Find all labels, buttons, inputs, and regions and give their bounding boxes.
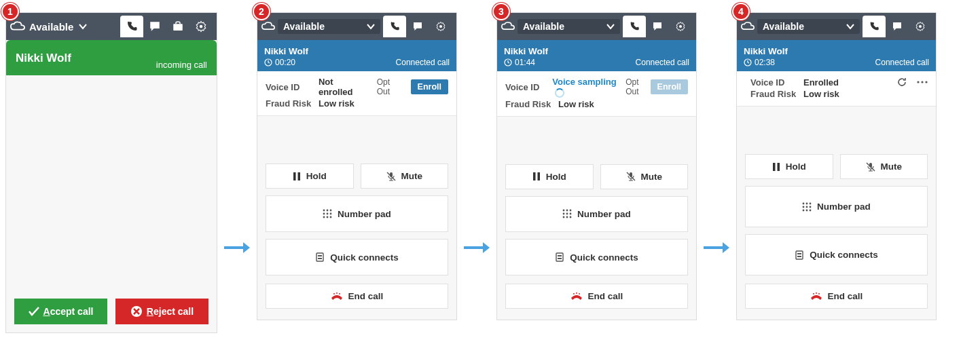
svg-point-46: [579, 293, 580, 294]
hold-label: Hold: [786, 161, 806, 172]
enroll-button: Enroll: [651, 79, 688, 94]
ccp-panel-incoming: Available Nikki Wo: [5, 12, 217, 333]
cloud-icon: [261, 22, 275, 31]
agent-status-selector[interactable]: Available: [518, 19, 620, 34]
accept-call-button[interactable]: Accept call: [14, 299, 107, 324]
settings-icon[interactable]: [669, 16, 692, 37]
contacts-icon: [315, 252, 325, 262]
voice-id-block: Voice ID Enrolled Fraud Risk Low risk: [737, 71, 936, 107]
svg-point-36: [566, 213, 568, 215]
svg-point-50: [917, 81, 919, 83]
tab-phone[interactable]: [623, 16, 646, 37]
svg-point-58: [806, 202, 808, 204]
tab-phone[interactable]: [383, 16, 406, 37]
caller-name: Nikki Wolf: [744, 46, 788, 56]
svg-point-1: [200, 25, 203, 28]
incoming-banner: Nikki Wolf incoming call: [6, 40, 217, 75]
number-pad-button[interactable]: Number pad: [266, 195, 448, 232]
connected-banner: Nikki Wolf 00:20 Connected call: [257, 40, 456, 71]
number-pad-button[interactable]: Number pad: [745, 186, 928, 227]
caller-name: Nikki Wolf: [504, 46, 548, 56]
mute-icon: [386, 172, 396, 181]
quick-connects-label: Quick connects: [570, 252, 638, 263]
tab-chat[interactable]: [886, 16, 909, 37]
clock-icon: [504, 58, 512, 66]
dialpad-icon: [323, 209, 332, 218]
contacts-icon: [795, 250, 804, 260]
voice-id-value: Enrolled: [803, 77, 839, 88]
fraud-risk-value: Low risk: [558, 99, 594, 109]
top-bar: Available: [257, 13, 456, 40]
mute-button[interactable]: Mute: [600, 164, 689, 189]
fraud-risk-label: Fraud Risk: [505, 99, 551, 109]
quick-connects-button[interactable]: Quick connects: [266, 239, 448, 275]
hold-button[interactable]: Hold: [505, 164, 594, 189]
svg-rect-7: [297, 172, 300, 180]
quick-connects-button[interactable]: Quick connects: [505, 239, 688, 275]
settings-icon[interactable]: [429, 16, 452, 37]
svg-rect-0: [173, 24, 183, 31]
step-badge: 4: [732, 3, 750, 20]
clock-icon: [744, 58, 752, 66]
svg-point-4: [439, 25, 442, 28]
enroll-button[interactable]: Enroll: [411, 79, 448, 94]
mute-button[interactable]: Mute: [361, 164, 449, 189]
tab-chat[interactable]: [406, 16, 429, 37]
agent-status-selector[interactable]: Available: [278, 19, 380, 34]
top-bar: Available: [737, 13, 936, 40]
dialpad-icon: [802, 202, 812, 212]
number-pad-button[interactable]: Number pad: [505, 196, 688, 233]
mute-label: Mute: [641, 172, 663, 182]
fraud-risk-value: Low risk: [319, 98, 355, 109]
more-icon[interactable]: [917, 81, 928, 83]
cloud-icon: [10, 21, 25, 32]
tab-chat[interactable]: [143, 16, 166, 37]
number-pad-label: Number pad: [817, 202, 871, 212]
opt-out-link[interactable]: Opt Out: [625, 77, 645, 96]
svg-point-48: [919, 25, 922, 28]
quick-connects-button[interactable]: Quick connects: [745, 234, 928, 275]
mute-label: Mute: [881, 161, 903, 172]
voice-id-label: Voice ID: [266, 82, 312, 92]
svg-point-59: [810, 202, 812, 204]
tab-phone[interactable]: [863, 16, 886, 37]
tab-tasks[interactable]: [166, 16, 189, 37]
svg-point-64: [806, 209, 808, 211]
refresh-icon[interactable]: [896, 77, 907, 88]
arrow-icon: [457, 241, 496, 254]
svg-rect-54: [777, 163, 780, 171]
svg-point-71: [818, 293, 820, 294]
svg-rect-43: [558, 258, 562, 259]
opt-out-link[interactable]: Opt Out: [377, 77, 405, 96]
tab-phone[interactable]: [120, 16, 143, 37]
pause-icon: [293, 172, 301, 181]
svg-point-24: [339, 293, 340, 294]
svg-rect-21: [318, 258, 322, 259]
agent-status-selector[interactable]: Available: [28, 19, 92, 35]
svg-rect-6: [293, 172, 296, 180]
step-badge: 3: [492, 3, 510, 20]
x-circle-icon: [130, 305, 143, 318]
end-call-button[interactable]: End call: [266, 284, 448, 309]
reject-label: Reject call: [147, 306, 194, 317]
hangup-icon: [570, 292, 583, 301]
reject-call-button[interactable]: Reject call: [115, 299, 208, 324]
end-call-button[interactable]: End call: [505, 284, 688, 309]
settings-icon[interactable]: [909, 16, 932, 37]
settings-icon[interactable]: [189, 16, 213, 37]
ccp-panel-connected: Available Nikki Wolf 01:44 Connected cal…: [496, 12, 697, 320]
top-bar: Available: [6, 13, 217, 40]
hold-button[interactable]: Hold: [266, 164, 354, 189]
end-call-button[interactable]: End call: [745, 284, 928, 309]
mute-button[interactable]: Mute: [840, 154, 928, 179]
svg-point-34: [570, 210, 572, 212]
pause-icon: [772, 162, 780, 172]
hold-button[interactable]: Hold: [745, 154, 833, 179]
connected-label: Connected call: [636, 58, 689, 67]
svg-point-14: [327, 213, 329, 215]
agent-status-selector[interactable]: Available: [757, 19, 860, 34]
tab-chat[interactable]: [646, 16, 669, 37]
svg-point-18: [330, 216, 332, 218]
svg-point-37: [570, 213, 572, 215]
status-label: Available: [283, 21, 325, 32]
